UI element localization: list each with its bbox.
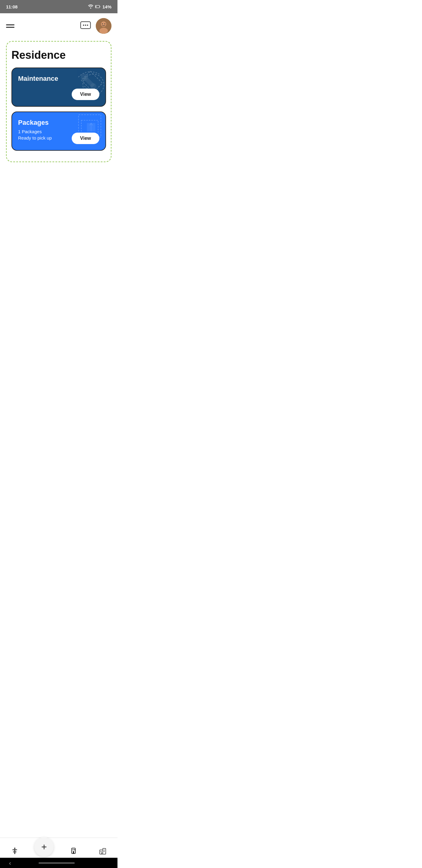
svg-point-10 — [99, 28, 108, 34]
header-row — [6, 18, 111, 34]
svg-point-9 — [101, 22, 106, 27]
maintenance-card: Maintenance View — [11, 67, 106, 107]
status-right: 14% — [88, 4, 111, 9]
svg-rect-3 — [96, 6, 96, 7]
svg-point-15 — [90, 83, 96, 89]
header-actions — [79, 18, 111, 34]
wifi-icon — [88, 4, 93, 9]
main-content: Residence Maintenance View — [0, 13, 118, 216]
svg-rect-2 — [100, 6, 100, 7]
packages-card: Packages 1 Packages Ready to pick up Vie… — [11, 112, 106, 151]
svg-point-0 — [90, 7, 91, 8]
avatar[interactable] — [96, 18, 111, 34]
chat-icon — [80, 21, 91, 31]
svg-point-12 — [104, 24, 105, 24]
svg-point-7 — [87, 25, 88, 26]
status-bar: 11:08 14% — [0, 0, 118, 13]
maintenance-title: Maintenance — [18, 75, 99, 83]
chat-button[interactable] — [79, 19, 92, 33]
avatar-image — [96, 18, 111, 34]
packages-view-button[interactable]: View — [72, 133, 99, 144]
svg-point-6 — [85, 25, 86, 26]
residence-section: Residence Maintenance View — [6, 41, 111, 162]
battery-percentage: 14% — [102, 4, 111, 9]
page-title: Residence — [11, 49, 106, 61]
status-time: 11:08 — [6, 4, 18, 9]
packages-title: Packages — [18, 119, 99, 127]
battery-icon — [95, 4, 101, 9]
hamburger-menu[interactable] — [6, 24, 14, 28]
svg-point-11 — [102, 24, 103, 24]
maintenance-view-button[interactable]: View — [72, 89, 99, 100]
svg-point-5 — [83, 25, 84, 26]
